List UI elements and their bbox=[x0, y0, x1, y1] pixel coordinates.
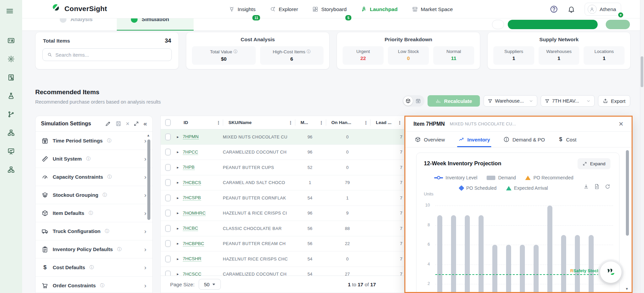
legend-demand[interactable]: Demand bbox=[487, 175, 516, 180]
nav-item-market-space[interactable]: Market Space bbox=[412, 6, 453, 12]
table-row-7HCSPB[interactable]: ▸7HCSPBPEANUT BUTTER CORNFLAK5417 bbox=[161, 190, 404, 206]
legend-po-recommended[interactable]: PO Recommended bbox=[525, 175, 573, 180]
item-id-link[interactable]: 7HCSHR bbox=[183, 256, 202, 261]
download-icon[interactable] bbox=[583, 184, 589, 189]
scroll-down-arrow[interactable]: ▼ bbox=[625, 287, 629, 291]
demand-bar-w3[interactable] bbox=[465, 215, 470, 293]
demand-bar-w2[interactable] bbox=[451, 215, 456, 293]
settings-item-stockout-grouping[interactable]: Stockout Groupingⓘ› bbox=[36, 186, 152, 204]
select-all-checkbox[interactable] bbox=[165, 119, 171, 126]
row-expand-icon[interactable]: ▸ bbox=[177, 257, 179, 261]
tab-simulation[interactable]: Simulation bbox=[117, 18, 194, 31]
partial-icon-button[interactable] bbox=[492, 20, 504, 29]
collapse-icon[interactable]: « bbox=[143, 120, 147, 127]
column-menu-icon[interactable]: ⋮ bbox=[286, 120, 295, 125]
legend-po-scheduled[interactable]: PO Scheduled bbox=[459, 185, 496, 191]
rail-item-doc-user[interactable] bbox=[7, 74, 15, 82]
brand-logo[interactable]: ConverSight bbox=[50, 3, 107, 14]
table-row-7HCBCS[interactable]: ▸7HCBCSCARAMEL AND SALT CHOCO1797 bbox=[161, 175, 404, 191]
demand-bar-w1[interactable] bbox=[437, 215, 442, 293]
detail-tab-overview[interactable]: Overview bbox=[415, 132, 445, 147]
row-checkbox[interactable] bbox=[165, 133, 171, 140]
table-row-7HCSHR[interactable]: ▸7HCSHRHAZELNUT RICE CRISPS CHC5407 bbox=[161, 251, 404, 267]
legend-expected-arrival[interactable]: Expected Arrival bbox=[506, 185, 548, 191]
settings-item-truck-configuration[interactable]: Truck Configurationⓘ› bbox=[36, 222, 152, 240]
page-scrollbar-thumb[interactable] bbox=[641, 56, 643, 87]
row-checkbox[interactable] bbox=[165, 225, 171, 232]
row-expand-icon[interactable]: ▸ bbox=[177, 196, 179, 200]
row-checkbox[interactable] bbox=[165, 255, 171, 262]
settings-item-unit-system[interactable]: Unit Systemⓘ› bbox=[36, 150, 152, 168]
nav-item-explorer[interactable]: Explorer bbox=[269, 6, 298, 12]
row-expand-icon[interactable]: ▸ bbox=[177, 150, 179, 154]
row-expand-icon[interactable]: ▸ bbox=[177, 211, 179, 215]
demand-bar-w9[interactable] bbox=[547, 206, 552, 293]
partial-primary-button[interactable] bbox=[508, 20, 598, 29]
row-checkbox[interactable] bbox=[165, 164, 171, 171]
item-id-link[interactable]: 7HPMN bbox=[183, 134, 199, 139]
row-expand-icon[interactable]: ▸ bbox=[177, 165, 179, 170]
assistant-fab[interactable] bbox=[600, 261, 622, 283]
scroll-up-arrow[interactable]: ▲ bbox=[147, 133, 150, 137]
nav-item-storyboard[interactable]: Storyboard5 bbox=[312, 6, 347, 12]
item-id-link[interactable]: 7HOMHRC bbox=[183, 211, 206, 216]
search-input[interactable] bbox=[55, 52, 167, 58]
table-row-7HCBPBC[interactable]: ▸7HCBPBCPEANUT BUTTER CREAM CH56227 bbox=[161, 236, 404, 252]
settings-scrollbar-thumb[interactable] bbox=[147, 139, 150, 220]
rail-item-presentation[interactable] bbox=[7, 148, 15, 156]
row-checkbox[interactable] bbox=[165, 194, 171, 201]
row-checkbox[interactable] bbox=[165, 149, 171, 156]
row-checkbox[interactable] bbox=[165, 210, 171, 217]
table-row-7HPB[interactable]: ▸7HPBPEANUT BUTTER CUPS5207 bbox=[161, 160, 404, 175]
page-size-select[interactable]: 50 bbox=[199, 279, 221, 290]
items-search-box[interactable] bbox=[42, 48, 172, 61]
demand-bar-w4[interactable] bbox=[479, 215, 484, 293]
column-menu-icon[interactable]: ⋮ bbox=[214, 120, 223, 125]
row-expand-icon[interactable]: ▸ bbox=[177, 241, 179, 246]
column-header-onhan[interactable]: On Han...⋮ bbox=[326, 116, 370, 129]
row-expand-icon[interactable]: ▸ bbox=[177, 135, 179, 139]
user-menu[interactable]: Athena ▼ bbox=[585, 3, 621, 16]
settings-item-time-period-settings[interactable]: Time Period Settingsⓘ› bbox=[36, 132, 152, 150]
save-icon[interactable] bbox=[115, 121, 121, 127]
row-expand-icon[interactable]: ▸ bbox=[177, 180, 179, 185]
export-button[interactable]: Export bbox=[598, 95, 630, 107]
nav-item-insights[interactable]: Insights11 bbox=[229, 6, 255, 12]
column-header-m[interactable]: M...⋮ bbox=[295, 116, 326, 129]
item-id-link[interactable]: 7HCBC bbox=[183, 226, 198, 231]
row-checkbox[interactable] bbox=[165, 179, 171, 186]
recalculate-button[interactable]: Recalculate bbox=[428, 95, 480, 107]
nav-item-launchpad[interactable]: Launchpad bbox=[361, 6, 398, 12]
expand-chart-button[interactable]: Expand bbox=[578, 158, 610, 169]
column-menu-icon[interactable]: ⋮ bbox=[395, 120, 404, 125]
partial-secondary-button[interactable] bbox=[606, 20, 630, 29]
refresh-icon[interactable] bbox=[605, 184, 610, 189]
item-id-link[interactable]: 7HCSPB bbox=[183, 195, 201, 200]
item-id-link[interactable]: 7HPCC bbox=[183, 150, 198, 155]
demand-bar-w10[interactable] bbox=[561, 235, 566, 293]
rail-item-flask[interactable] bbox=[7, 92, 15, 101]
close-icon[interactable]: × bbox=[126, 120, 130, 127]
row-expand-icon[interactable]: ▸ bbox=[177, 226, 179, 231]
item-id-link[interactable]: 7HCBCS bbox=[183, 180, 201, 185]
detail-tab-inventory[interactable]: Inventory bbox=[458, 132, 490, 147]
item-filter-dropdown[interactable]: 7TH HEAV... bbox=[541, 95, 595, 107]
toggle-package-view[interactable] bbox=[403, 96, 413, 106]
rail-item-sitemap[interactable] bbox=[7, 166, 15, 175]
notifications-bell-icon[interactable] bbox=[567, 5, 575, 13]
column-menu-icon[interactable]: ⋮ bbox=[317, 120, 326, 125]
detail-tab-cost[interactable]: $Cost bbox=[558, 132, 577, 147]
edit-icon[interactable] bbox=[105, 121, 111, 127]
column-header-skuname[interactable]: SKU/Name⋮ bbox=[223, 116, 295, 129]
rail-item-sitemap[interactable] bbox=[7, 129, 15, 138]
hamburger-menu-icon[interactable] bbox=[5, 7, 14, 15]
toggle-calendar-view[interactable] bbox=[414, 98, 423, 104]
file-icon[interactable] bbox=[594, 184, 600, 189]
table-row-7HPCC[interactable]: ▸7HPCCCARAMELIZED COCONUT CH9607 bbox=[161, 145, 404, 160]
rail-item-id-card[interactable] bbox=[7, 37, 15, 46]
table-row-7HOMHRC[interactable]: ▸7HOMHRCHAZELNUT & RICE CRISPS CI9697 bbox=[161, 206, 404, 221]
demand-bar-w12[interactable] bbox=[589, 235, 594, 293]
page-scrollbar[interactable] bbox=[640, 0, 644, 293]
table-row-7HPMN[interactable]: ▸7HPMNMIXED NUTS CHOCOLATE CU9607 bbox=[161, 129, 404, 145]
close-icon[interactable]: ✕ bbox=[618, 120, 624, 128]
